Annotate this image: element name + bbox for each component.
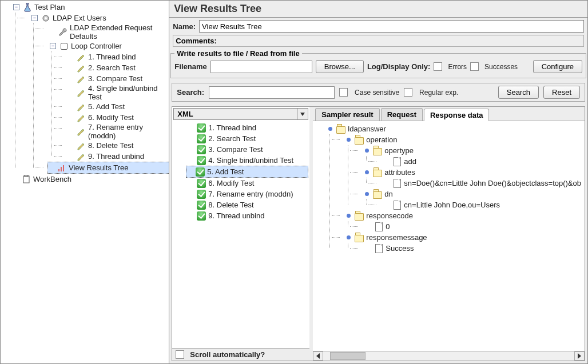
tree-node-test[interactable]: 2. Search Test bbox=[67, 62, 169, 73]
xml-label: ldapanswer bbox=[348, 125, 386, 133]
tree-node-loop-controller[interactable]: Loop Controller bbox=[49, 41, 169, 51]
xml-leaf[interactable]: 0 bbox=[363, 221, 582, 232]
filename-input[interactable] bbox=[210, 61, 312, 73]
xml-leaf[interactable]: cn=Little John Doe,ou=Users bbox=[382, 199, 582, 210]
result-label: 3. Compare Test bbox=[208, 145, 263, 154]
write-results-fieldset: Write results to file / Read from file F… bbox=[170, 49, 586, 78]
scroll-auto-checkbox[interactable] bbox=[176, 350, 184, 359]
xml-label: responsecode bbox=[366, 211, 413, 220]
xml-leaf[interactable]: Success bbox=[363, 243, 582, 254]
xml-node[interactable]: dn bbox=[363, 189, 582, 199]
expand-icon[interactable] bbox=[346, 137, 351, 142]
scroll-right-icon[interactable] bbox=[574, 351, 585, 361]
tree-node-view-results-tree[interactable]: View Results Tree bbox=[47, 162, 169, 174]
expand-icon[interactable] bbox=[328, 126, 333, 131]
xml-node[interactable]: opertype bbox=[363, 145, 582, 156]
result-item[interactable]: 8. Delete Test bbox=[187, 199, 307, 210]
tree-node-test[interactable]: 1. Thread bind bbox=[67, 51, 169, 62]
svg-rect-4 bbox=[63, 165, 64, 171]
success-icon bbox=[197, 190, 206, 199]
tree-node-ldap-users[interactable]: LDAP Ext Users bbox=[30, 13, 169, 23]
result-item[interactable]: 1. Thread bind bbox=[187, 122, 307, 133]
xml-node[interactable]: responsecode bbox=[345, 210, 582, 221]
tree-node-test[interactable]: 6. Modify Test bbox=[67, 112, 169, 123]
result-label: 7. Rename entry (moddn) bbox=[208, 190, 293, 198]
tree-label: LDAP Ext Users bbox=[53, 14, 106, 22]
tree-node-test[interactable]: 9. Thread unbind bbox=[67, 151, 169, 162]
xml-value: sn=Doe()&cn=Little John Doe()&objectclas… bbox=[404, 179, 581, 187]
case-checkbox[interactable] bbox=[339, 88, 348, 97]
toggle-icon[interactable] bbox=[31, 15, 38, 21]
result-label: 6. Modify Test bbox=[208, 179, 254, 187]
response-tree: ldapanswer operation opertype bbox=[313, 121, 585, 351]
xml-node[interactable]: operation bbox=[345, 134, 582, 145]
horizontal-scrollbar[interactable] bbox=[313, 351, 585, 361]
write-results-legend: Write results to file / Read from file bbox=[174, 49, 301, 58]
test-plan-tree: Test Plan LDAP Ext Users bbox=[1, 1, 169, 363]
successes-checkbox[interactable] bbox=[470, 62, 479, 71]
wrench-icon bbox=[58, 27, 67, 37]
result-item[interactable]: 9. Thread unbind bbox=[187, 210, 307, 221]
sampler-icon bbox=[77, 127, 86, 136]
scroll-left-icon[interactable] bbox=[313, 351, 323, 361]
tree-node-ldap-defaults[interactable]: LDAP Extended Request Defaults bbox=[49, 23, 169, 41]
xml-node[interactable]: responsemessage bbox=[345, 232, 582, 243]
errors-label: Errors bbox=[448, 63, 467, 71]
xml-node[interactable]: ldapanswer bbox=[327, 123, 582, 134]
tree-node-test[interactable]: 5. Add Test bbox=[67, 101, 169, 112]
search-input[interactable] bbox=[209, 86, 335, 99]
tree-label: Loop Controller bbox=[71, 42, 122, 50]
regex-checkbox[interactable] bbox=[404, 88, 412, 97]
result-item[interactable]: 4. Single bind/unbind Test bbox=[187, 155, 307, 166]
search-button[interactable]: Search bbox=[498, 86, 539, 99]
expand-icon[interactable] bbox=[346, 235, 351, 240]
xml-leaf[interactable]: add bbox=[382, 156, 582, 167]
success-icon bbox=[197, 201, 206, 210]
result-item[interactable]: 7. Rename entry (moddn) bbox=[187, 189, 307, 199]
tab-sampler-result[interactable]: Sampler result bbox=[315, 108, 379, 121]
tree-label: 7. Rename entry (moddn) bbox=[88, 123, 168, 140]
expand-icon[interactable] bbox=[346, 213, 351, 218]
case-label: Case sensitive bbox=[355, 89, 399, 97]
filename-label: Filename bbox=[174, 62, 206, 71]
tab-response-data[interactable]: Response data bbox=[424, 109, 489, 121]
expand-icon[interactable] bbox=[364, 191, 370, 197]
xml-leaf[interactable]: sn=Doe()&cn=Little John Doe()&objectclas… bbox=[382, 178, 582, 189]
tree-node-workbench[interactable]: WorkBench bbox=[12, 174, 169, 185]
xml-node[interactable]: attributes bbox=[363, 167, 582, 178]
expand-icon[interactable] bbox=[364, 148, 370, 153]
toggle-icon[interactable] bbox=[13, 4, 19, 10]
sampler-icon bbox=[77, 152, 86, 161]
scroll-thumb[interactable] bbox=[330, 352, 365, 360]
configure-button[interactable]: Configure bbox=[533, 60, 582, 73]
tree-node-test[interactable]: 3. Compare Test bbox=[67, 73, 169, 84]
chevron-down-icon[interactable] bbox=[297, 109, 308, 119]
result-item[interactable]: 3. Compare Test bbox=[187, 144, 307, 155]
scroll-track[interactable] bbox=[323, 351, 574, 361]
renderer-combo[interactable]: XML bbox=[173, 108, 308, 120]
result-item[interactable]: 5. Add Test bbox=[186, 166, 308, 178]
tree-node-test-plan[interactable]: Test Plan bbox=[12, 2, 169, 13]
xml-value: add bbox=[404, 157, 416, 166]
sampler-icon bbox=[77, 88, 86, 97]
tree-node-test[interactable]: 4. Single bind/unbind Test bbox=[67, 84, 169, 101]
success-icon bbox=[197, 123, 206, 133]
sampler-icon bbox=[77, 102, 86, 111]
expand-icon[interactable] bbox=[364, 170, 370, 175]
tree-node-test[interactable]: 7. Rename entry (moddn) bbox=[67, 123, 169, 140]
folder-icon bbox=[355, 135, 364, 145]
result-item[interactable]: 6. Modify Test bbox=[187, 178, 307, 189]
result-item[interactable]: 2. Search Test bbox=[187, 133, 307, 144]
tree-node-test[interactable]: 8. Delete Test bbox=[67, 140, 169, 151]
result-label: 9. Thread unbind bbox=[208, 211, 264, 220]
folder-icon bbox=[355, 233, 364, 242]
success-icon bbox=[197, 211, 206, 221]
browse-button[interactable]: Browse... bbox=[316, 60, 364, 73]
toggle-icon[interactable] bbox=[50, 43, 56, 49]
name-input[interactable] bbox=[199, 20, 584, 33]
reset-button[interactable]: Reset bbox=[543, 86, 580, 99]
errors-checkbox[interactable] bbox=[434, 62, 442, 71]
flask-icon bbox=[23, 3, 32, 12]
tree-label: 3. Compare Test bbox=[88, 74, 142, 83]
tab-request[interactable]: Request bbox=[381, 108, 423, 121]
